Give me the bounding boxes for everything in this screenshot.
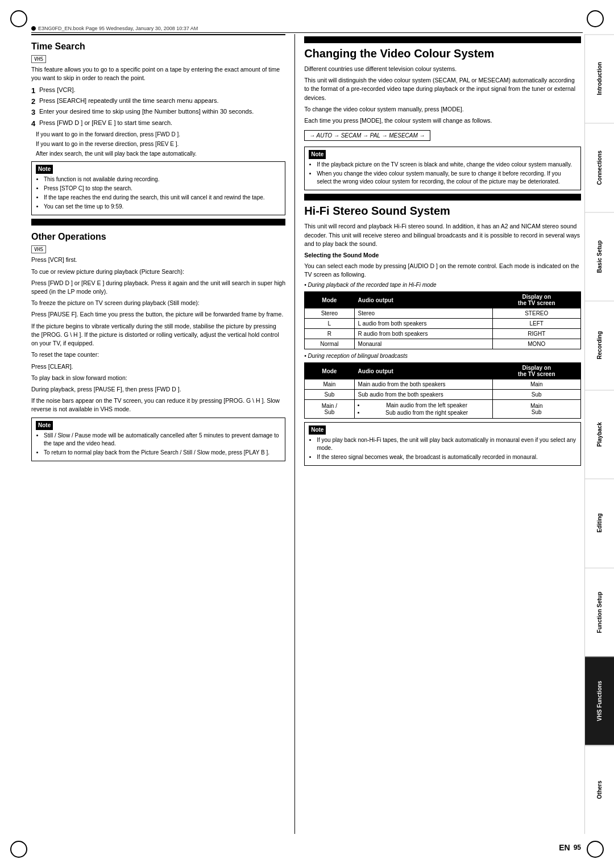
step-1-text: Press [VCR]. <box>39 86 76 93</box>
hifi-table: Mode Audio output Display onthe TV scree… <box>304 291 581 349</box>
sidebar-item-introduction[interactable]: Introduction <box>585 34 614 123</box>
hifi-row-normal: Normal Monaural MONO <box>305 339 581 349</box>
other-ops-note-box: Note Still / Slow / Pause mode will be a… <box>31 418 285 461</box>
sidebar-item-recording[interactable]: Recording <box>585 301 614 389</box>
hifi-cell-audio-3: R audio from both speakers <box>354 329 492 339</box>
ops-para-7: To play back in slow forward motion: <box>31 374 285 382</box>
time-search-steps: 1 Press [VCR]. 2 Press [SEARCH] repeated… <box>31 86 285 128</box>
bilingual-col-audio: Audio output <box>354 363 492 379</box>
bilingual-col-mode: Mode <box>305 363 354 379</box>
bilingual-col-display: Display onthe TV screen <box>492 363 580 379</box>
ops-para-3: Press [PAUSE F]. Each time you press the… <box>31 310 285 319</box>
ops-para-6: Press [CLEAR]. <box>31 362 285 371</box>
hifi-note-item-2: If the stereo signal becomes weak, the b… <box>317 453 576 461</box>
hifi-cell-mode-4: Normal <box>305 339 354 349</box>
step4-subnotes: If you want to go in the forward directi… <box>31 131 285 158</box>
hifi-intro: This unit will record and playback Hi-Fi… <box>304 222 581 248</box>
left-column: Time Search VHS This feature allows you … <box>31 34 295 834</box>
ops-para-4: If the picture begins to vibrate vertica… <box>31 322 285 348</box>
note-item-3: If the tape reaches the end during the s… <box>44 194 281 202</box>
corner-mark-tr <box>587 10 604 27</box>
bilingual-cell-audio-2: Sub audio from the both speakers <box>354 390 492 400</box>
other-ops-note-list: Still / Slow / Pause mode will be automa… <box>36 432 281 457</box>
hifi-cell-audio-2: L audio from both speakers <box>354 319 492 329</box>
hifi-col-audio: Audio output <box>354 292 492 308</box>
time-search-title: Time Search <box>31 41 285 52</box>
step-4: 4 Press [FWD D ] or [REV E ] to start ti… <box>31 119 285 127</box>
step-2: 2 Press [SEARCH] repeatedly until the ti… <box>31 97 285 105</box>
bilingual-row-sub: Sub Sub audio from the both speakers Sub <box>305 390 581 400</box>
page-number: 95 <box>574 844 581 852</box>
hifi-note-list: If you play back non-Hi-Fi tapes, the un… <box>309 436 576 461</box>
colour-note-item-2: When you change the video colour system … <box>317 170 576 186</box>
corner-mark-bl <box>10 841 27 858</box>
colour-system-title: Changing the Video Colour System <box>304 47 581 60</box>
bilingual-table-header-row: Mode Audio output Display onthe TV scree… <box>305 363 581 379</box>
bilingual-cell-mode-1: Main <box>305 379 354 390</box>
colour-system-bar <box>304 36 581 43</box>
step-3-text: Enter your desired time to skip using [t… <box>39 108 254 115</box>
ops-para-2: To freeze the picture on TV screen durin… <box>31 299 285 307</box>
sidebar-item-playback[interactable]: Playback <box>585 390 614 478</box>
note-item-4: You can set the time up to 9:59. <box>44 203 281 211</box>
colour-note-box: Note If the playback picture on the TV s… <box>304 147 581 190</box>
ops-note-item-1: Still / Slow / Pause mode will be automa… <box>44 432 281 448</box>
sidebar-item-vhs-functions[interactable]: VHS Functions <box>585 656 614 745</box>
sidebar-item-others[interactable]: Others <box>585 745 614 834</box>
hifi-cell-audio-4: Monaural <box>354 339 492 349</box>
sidebar-item-connections[interactable]: Connections <box>585 123 614 211</box>
time-search-divider <box>31 34 285 35</box>
ops-para-9: If the noise bars appear on the TV scree… <box>31 397 285 414</box>
right-column: Changing the Video Colour System Differe… <box>295 34 581 834</box>
hifi-cell-display-2: LEFT <box>492 319 580 329</box>
hifi-col-display: Display onthe TV screen <box>492 292 580 308</box>
time-search-note-title: Note <box>36 165 53 174</box>
page-footer: EN 95 <box>31 843 581 852</box>
corner-mark-tl <box>10 10 27 27</box>
other-operations-vhs-icon: VHS <box>31 245 46 253</box>
sidebar-item-editing[interactable]: Editing <box>585 478 614 567</box>
hifi-table-header-row: Mode Audio output Display onthe TV scree… <box>305 292 581 308</box>
sidebar-item-basic-setup[interactable]: Basic Setup <box>585 212 614 301</box>
hifi-cell-display-4: MONO <box>492 339 580 349</box>
colour-note-list: If the playback picture on the TV screen… <box>309 161 576 186</box>
selecting-sound-mode-text: You can select each mode by pressing [AU… <box>304 262 581 279</box>
right-sidebar: Introduction Connections Basic Setup Rec… <box>584 34 614 834</box>
bilingual-cell-audio-1: Main audio from the both speakers <box>354 379 492 390</box>
hifi-cell-mode-3: R <box>305 329 354 339</box>
ops-para-8: During playback, press [PAUSE F], then p… <box>31 385 285 394</box>
arrow-sequence: → AUTO → SECAM → PAL → MESECAM → <box>304 130 430 141</box>
colour-para-2: To change the video colour system manual… <box>304 105 581 114</box>
step-1: 1 Press [VCR]. <box>31 86 285 94</box>
bilingual-cell-display-3: Main Sub <box>492 400 580 419</box>
selecting-sound-mode-label: Selecting the Sound Mode <box>304 251 581 260</box>
press-vcr-text: Press [VCR] first. <box>31 256 285 264</box>
hifi-cell-display-1: STEREO <box>492 308 580 319</box>
header-text: E3NG0FD_EN.book Page 95 Wednesday, Janua… <box>38 26 198 31</box>
step-4-text: Press [FWD D ] or [REV E ] to start time… <box>39 119 172 126</box>
hifi-row-r: R R audio from both speakers RIGHT <box>305 329 581 339</box>
hifi-table-label: • During playback of the recorded tape i… <box>304 282 581 288</box>
time-search-note-box: Note This function is not available duri… <box>31 161 285 215</box>
hifi-cell-display-3: RIGHT <box>492 329 580 339</box>
colour-para-3: Each time you press [MODE], the colour s… <box>304 116 581 125</box>
hifi-row-stereo: Stereo Stereo STEREO <box>305 308 581 319</box>
step-3: 3 Enter your desired time to skip using … <box>31 107 285 116</box>
sidebar-item-function-setup[interactable]: Function Setup <box>585 567 614 656</box>
bilingual-cell-mode-2: Sub <box>305 390 354 400</box>
other-operations-title: Other Operations <box>31 231 285 242</box>
hifi-bar <box>304 194 581 201</box>
hifi-col-mode: Mode <box>305 292 354 308</box>
bilingual-table-label: • During reception of bilingual broadcas… <box>304 353 581 359</box>
colour-para-0: Different countries use different televi… <box>304 65 581 73</box>
colour-note-item-1: If the playback picture on the TV screen… <box>317 161 576 169</box>
ops-note-item-2: To return to normal play back from the P… <box>44 449 281 457</box>
en-label: EN <box>559 843 570 852</box>
bilingual-cell-display-1: Main <box>492 379 580 390</box>
bilingual-row-main-sub: Main / Sub Main audio from the left spea… <box>305 400 581 419</box>
main-content: Time Search VHS This feature allows you … <box>31 34 581 834</box>
step4-note-3: After index search, the unit will play b… <box>31 150 285 158</box>
colour-para-1: This unit will distinguish the video col… <box>304 76 581 102</box>
time-search-vhs-icon: VHS <box>31 55 46 63</box>
time-search-description: This feature allows you to go to a speci… <box>31 65 285 82</box>
